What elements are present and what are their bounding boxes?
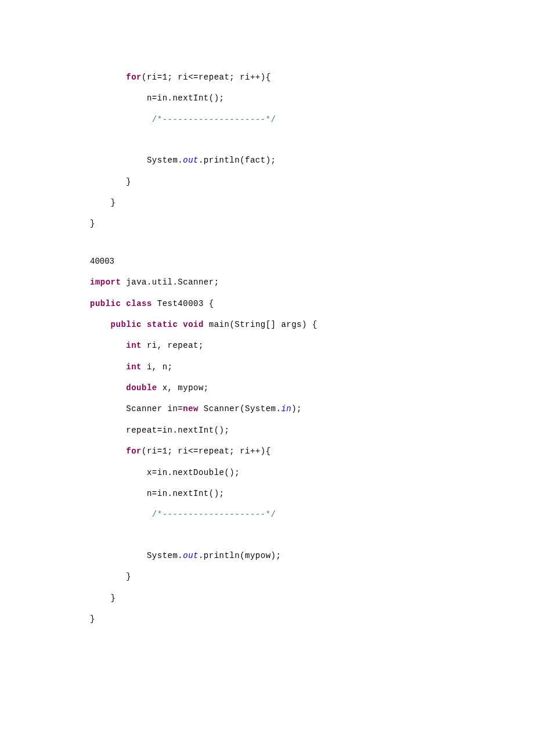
code-text: (ri=1; ri<=repeat; ri++){ bbox=[142, 447, 271, 456]
code-text: } bbox=[126, 572, 131, 581]
code-text: ri, repeat; bbox=[142, 341, 204, 350]
code-line: public class Test40003 { bbox=[90, 293, 444, 314]
code-text: x=in.nextDouble(); bbox=[147, 468, 240, 477]
code-line: } bbox=[90, 566, 444, 587]
keyword-static: static bbox=[147, 320, 178, 329]
code-line: int i, n; bbox=[90, 357, 444, 377]
static-ref-out: out bbox=[183, 156, 199, 165]
code-line: } bbox=[90, 213, 444, 234]
code-text: } bbox=[90, 219, 95, 228]
code-line: n=in.nextInt(); bbox=[90, 88, 444, 109]
code-text: x, mypow; bbox=[157, 383, 209, 393]
keyword-void: void bbox=[183, 320, 204, 329]
code-line: import java.util.Scanner; bbox=[90, 272, 444, 293]
blank-line bbox=[90, 525, 444, 545]
code-text: } bbox=[90, 614, 95, 624]
keyword-int: int bbox=[126, 362, 142, 372]
keyword-public: public bbox=[90, 299, 121, 308]
comment-text: /*--------------------*/ bbox=[152, 115, 276, 124]
code-line: /*--------------------*/ bbox=[90, 504, 444, 525]
keyword-for: for bbox=[126, 447, 142, 456]
code-line: Scanner in=new Scanner(System.in); bbox=[90, 398, 444, 419]
code-text: (ri=1; ri<=repeat; ri++){ bbox=[142, 73, 271, 82]
code-text: } bbox=[111, 198, 116, 207]
code-text: i, n; bbox=[142, 362, 172, 372]
code-text: } bbox=[111, 593, 116, 603]
code-text: n=in.nextInt(); bbox=[147, 93, 225, 103]
code-text: System. bbox=[147, 156, 183, 165]
code-line: repeat=in.nextInt(); bbox=[90, 420, 444, 441]
keyword-public: public bbox=[111, 320, 142, 329]
code-line: public static void main(String[] args) { bbox=[90, 314, 444, 335]
code-line: n=in.nextInt(); bbox=[90, 483, 444, 504]
code-line: for(ri=1; ri<=repeat; ri++){ bbox=[90, 67, 444, 88]
code-text: n=in.nextInt(); bbox=[147, 489, 225, 498]
code-line: } bbox=[90, 171, 444, 192]
code-line: System.out.println(fact); bbox=[90, 150, 444, 171]
code-line: System.out.println(mypow); bbox=[90, 545, 444, 566]
blank-line bbox=[90, 130, 444, 150]
code-text: Scanner(System. bbox=[199, 404, 281, 413]
code-text: java.util.Scanner; bbox=[121, 278, 219, 287]
section-label: 40003 bbox=[90, 251, 444, 272]
code-text: .println(mypow); bbox=[199, 551, 281, 560]
label-text: 40003 bbox=[90, 257, 114, 266]
code-line: /*--------------------*/ bbox=[90, 109, 444, 130]
code-text: repeat=in.nextInt(); bbox=[126, 426, 229, 435]
comment-text: /*--------------------*/ bbox=[152, 510, 276, 519]
document-page: for(ri=1; ri<=repeat; ri++){ n=in.nextIn… bbox=[0, 0, 534, 756]
code-line: x=in.nextDouble(); bbox=[90, 462, 444, 483]
code-text: .println(fact); bbox=[199, 156, 276, 165]
code-text: Test40003 { bbox=[152, 299, 214, 308]
code-line: } bbox=[90, 609, 444, 629]
code-line: } bbox=[90, 192, 444, 213]
keyword-new: new bbox=[183, 404, 199, 413]
code-line: int ri, repeat; bbox=[90, 335, 444, 356]
code-line: for(ri=1; ri<=repeat; ri++){ bbox=[90, 441, 444, 462]
code-line: double x, mypow; bbox=[90, 377, 444, 398]
code-line: } bbox=[90, 588, 444, 609]
code-text: main(String[] args) { bbox=[204, 320, 317, 329]
keyword-import: import bbox=[90, 278, 121, 287]
keyword-double: double bbox=[126, 383, 157, 393]
code-text: ); bbox=[291, 404, 302, 413]
code-text: Scanner in= bbox=[126, 404, 183, 413]
keyword-int: int bbox=[126, 341, 142, 350]
keyword-for: for bbox=[126, 73, 142, 82]
keyword-class: class bbox=[126, 299, 152, 308]
static-ref-out: out bbox=[183, 551, 199, 560]
code-text: System. bbox=[147, 551, 183, 560]
static-ref-in: in bbox=[281, 404, 291, 413]
code-text: } bbox=[126, 177, 131, 186]
